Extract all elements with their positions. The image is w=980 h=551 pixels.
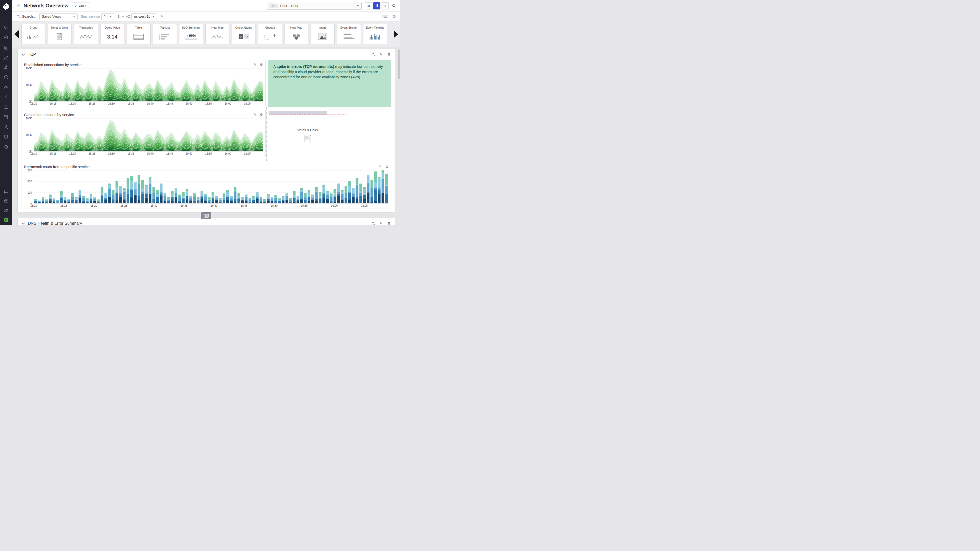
insert-widget-button[interactable] bbox=[201, 212, 211, 219]
keyboard-shortcuts-icon[interactable] bbox=[383, 15, 388, 18]
collapse-chevron-icon[interactable] bbox=[22, 53, 25, 57]
time-range-picker[interactable]: 1h Past 1 Hour bbox=[267, 2, 362, 10]
widget-type-group[interactable]: Group bbox=[21, 24, 45, 44]
search-icon[interactable] bbox=[3, 25, 9, 30]
edit-variables-pencil-icon[interactable]: ✎ bbox=[161, 14, 164, 18]
widget-gear-icon[interactable]: ⚙ bbox=[260, 63, 263, 67]
widget-type-label: Image bbox=[319, 26, 327, 30]
widget-type-timeseries[interactable]: Timeseries bbox=[74, 24, 98, 44]
close-button[interactable]: ✓ Close bbox=[72, 3, 90, 9]
widget-type-top-list[interactable]: Top List321 bbox=[153, 24, 177, 44]
charts-column: Established connections by service ✎ ⚙ 2… bbox=[21, 60, 266, 159]
section-actions: ✎ bbox=[371, 222, 391, 225]
timeseries-plot[interactable] bbox=[34, 68, 263, 102]
synthetics-icon[interactable] bbox=[3, 85, 9, 90]
widget-type-change[interactable]: Changexyz bbox=[258, 24, 282, 44]
widget-type-label: Group bbox=[30, 26, 38, 30]
search-label: Search... bbox=[22, 14, 36, 18]
tcp-section-body: Established connections by service ✎ ⚙ 2… bbox=[18, 60, 395, 159]
timeseries-plot[interactable] bbox=[34, 118, 263, 151]
widget-gear-icon[interactable]: ⚙ bbox=[385, 165, 388, 168]
logs-icon[interactable] bbox=[3, 114, 9, 120]
image-widget-icon bbox=[311, 30, 334, 44]
y-axis-labels: 3002001000 bbox=[24, 170, 34, 203]
infrastructure-icon[interactable] bbox=[3, 65, 9, 70]
notebooks-icon[interactable] bbox=[3, 105, 9, 110]
change-widget-icon: xyz bbox=[258, 30, 282, 44]
edit-section-pencil-icon[interactable]: ✎ bbox=[380, 222, 383, 225]
dashboard-canvas: TCP ✎ Established connections by service bbox=[12, 47, 400, 225]
magnifier-icon bbox=[392, 3, 396, 8]
template-var-value-select[interactable]: us-west-1b bbox=[131, 13, 157, 20]
collapse-chevron-icon[interactable] bbox=[22, 222, 25, 225]
widget-type-image[interactable]: Image bbox=[310, 24, 334, 44]
query-value-widget-icon: 3.14 bbox=[100, 30, 124, 44]
datadog-logo[interactable] bbox=[2, 2, 11, 11]
avatar-icon[interactable] bbox=[3, 218, 9, 222]
rewind-button[interactable]: ◀◀ bbox=[365, 2, 372, 10]
dashboards-icon[interactable] bbox=[3, 55, 9, 60]
time-range-chip: 1h bbox=[269, 3, 278, 8]
monitors-icon[interactable] bbox=[3, 75, 9, 80]
widget-type-notes-links[interactable]: Notes & Links bbox=[48, 24, 72, 44]
widget-title: Closed connections by service bbox=[24, 113, 74, 117]
note-widget[interactable]: A spike in errors (TCP retransmits) may … bbox=[268, 60, 391, 107]
dashboard-search[interactable]: Search... bbox=[16, 14, 36, 18]
apm-icon[interactable] bbox=[3, 95, 9, 100]
chat-icon[interactable] bbox=[3, 189, 9, 194]
bar-chart-plot[interactable] bbox=[34, 170, 388, 203]
tray-scroll-left-arrow[interactable] bbox=[14, 30, 19, 38]
chevron-down-icon bbox=[357, 5, 359, 6]
template-var-value-select[interactable]: * bbox=[101, 13, 114, 20]
edit-widget-pencil-icon[interactable]: ✎ bbox=[253, 63, 256, 67]
pause-button[interactable] bbox=[373, 2, 380, 10]
saved-views-select[interactable]: Saved Views bbox=[39, 13, 78, 20]
export-icon[interactable] bbox=[371, 222, 375, 225]
ci-icon[interactable] bbox=[3, 124, 9, 130]
x-axis-labels: 15:1015:1515:2015:2515:3015:3515:4015:45… bbox=[34, 102, 263, 106]
export-icon[interactable] bbox=[371, 53, 375, 56]
tray-scroll-right-arrow[interactable] bbox=[394, 30, 398, 38]
edit-section-pencil-icon[interactable]: ✎ bbox=[380, 53, 383, 56]
top-list-widget-icon: 321 bbox=[153, 30, 177, 44]
favorite-star-icon[interactable]: ☆ bbox=[16, 3, 21, 9]
widget-type-host-map[interactable]: Host Map bbox=[284, 24, 308, 44]
edit-widget-pencil-icon[interactable]: ✎ bbox=[253, 113, 256, 117]
widget-type-label: Notes & Links bbox=[51, 26, 68, 30]
trash-icon[interactable] bbox=[387, 53, 391, 56]
widget-type-label: Check Status bbox=[235, 26, 252, 30]
widget-gear-icon[interactable]: ⚙ bbox=[260, 113, 263, 117]
settings-gear-icon[interactable]: ⚙ bbox=[392, 14, 396, 19]
users-icon[interactable] bbox=[3, 208, 9, 213]
page-title: Network Overview bbox=[24, 3, 68, 9]
filter-bar-right: ⚙ bbox=[383, 14, 396, 19]
security-icon[interactable] bbox=[3, 135, 9, 140]
group-widget-icon bbox=[22, 30, 45, 44]
widget-type-slo-summary[interactable]: SLO Summary↑99% bbox=[179, 24, 203, 44]
sidebar bbox=[0, 0, 12, 225]
rum-icon[interactable] bbox=[3, 144, 9, 149]
drag-guide bbox=[348, 110, 348, 161]
widget-type-table[interactable]: Table bbox=[127, 24, 151, 44]
widget-type-event-stream[interactable]: Event Stream bbox=[337, 24, 361, 44]
sidebar-nav bbox=[3, 25, 9, 149]
zoom-search-button[interactable] bbox=[392, 3, 396, 8]
vertical-scrollbar[interactable] bbox=[398, 49, 400, 79]
template-var-my-az: $my_AZ us-west-1b bbox=[118, 13, 157, 20]
widget-type-query-value[interactable]: Query Value3.14 bbox=[100, 24, 124, 44]
widget-tray: GroupNotes & LinksTimeseriesQuery Value3… bbox=[12, 21, 400, 47]
widget-type-label: Top List bbox=[160, 26, 170, 30]
notes-links-drop-placeholder[interactable]: Notes & Links bbox=[269, 114, 346, 156]
widget-type-label: Query Value bbox=[105, 26, 120, 30]
edit-widget-pencil-icon[interactable]: ✎ bbox=[379, 165, 382, 168]
widget-type-check-status[interactable]: Check Status29 bbox=[232, 24, 256, 44]
forward-button[interactable]: ▶▶ bbox=[382, 2, 389, 10]
widget-type-event-timeline[interactable]: Event Timeline bbox=[363, 24, 387, 44]
help-icon[interactable] bbox=[3, 198, 9, 203]
watchdog-icon[interactable] bbox=[3, 35, 9, 40]
chevron-down-icon bbox=[152, 16, 154, 17]
widget-type-heat-map[interactable]: Heat Map bbox=[205, 24, 229, 44]
trash-icon[interactable] bbox=[387, 222, 391, 225]
events-icon[interactable] bbox=[3, 45, 9, 50]
drag-guide bbox=[266, 107, 267, 161]
